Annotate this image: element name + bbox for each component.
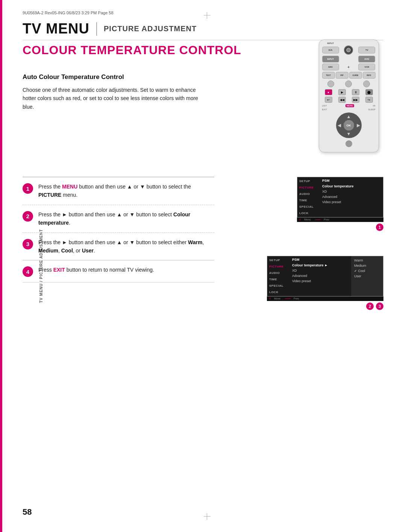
input-label: INPUT [322, 42, 339, 44]
back-btn: ↩ [325, 97, 332, 103]
picture-adjustment-title: PICTURE ADJUSTMENT [104, 24, 197, 33]
step-4-row: 4 Press EXIT button to return to normal … [23, 260, 214, 283]
menu1-setup: SETUP [297, 178, 319, 184]
i-ii-label: I/II [373, 105, 376, 107]
page-title-bar: TV MENU PICTURE ADJUSTMENT [23, 21, 383, 40]
medium-keyword: Medium [38, 248, 58, 254]
exit-keyword: EXIT [53, 267, 65, 273]
info-btn: INFO [363, 72, 376, 79]
skip-btn: ↪ [365, 97, 373, 103]
circle-3 [363, 81, 370, 87]
input-btn: INPUT [322, 56, 339, 62]
warm-keyword: Warm [188, 239, 202, 245]
tv-btn: TV [358, 47, 375, 53]
menu1-time: TIME [297, 197, 319, 204]
menu-highlight-label: MENU [345, 104, 354, 107]
colour-temp-keyword: Colour temperature [38, 211, 190, 226]
crosshair-top [204, 12, 211, 19]
step-3-text: Press the ► button and then use ▲ or ▼ b… [38, 238, 214, 255]
arc-btn: ARC [322, 64, 339, 70]
nav-down-arrow: ▼ [347, 131, 351, 137]
badge-3: 3 [376, 302, 383, 310]
menu2-sidebar: SETUP PICTURE AUDIO TIME SPECIAL LOCK [267, 256, 289, 296]
nav-circle: ▲ ▼ ◀ ▶ OK [336, 112, 362, 138]
step-4-text: Press EXIT button to return to normal TV… [38, 266, 214, 274]
power-btn [344, 46, 353, 55]
pause-btn: ⏸ [352, 89, 359, 95]
menu2-time: TIME [267, 276, 289, 283]
menu2-special: SPECIAL [267, 283, 289, 289]
menu1-colour-temp: Colour temperature [322, 184, 380, 189]
remote-control-illustration: INPUT D/A TV INPUT DVD ARC ✦ VCR TEXT PI… [314, 40, 383, 156]
cool-keyword: Cool [61, 248, 73, 254]
tv-menu-title: TV MENU [23, 21, 89, 37]
menu2-picture: PICTURE [267, 263, 289, 270]
step-4-number: 4 [23, 266, 33, 277]
menu1-sidebar: SETUP PICTURE AUDIO TIME SPECIAL LOCK [297, 177, 319, 217]
auto-colour-subheading: Auto Colour Temperature Control [23, 73, 124, 81]
menu-box-1: SETUP PICTURE AUDIO TIME SPECIAL LOCK PS… [297, 177, 383, 217]
step-1-row: 1 Press the MENU button and then use ▲ o… [23, 177, 214, 205]
submenu-medium: Medium [354, 263, 380, 268]
menu2-prev-icon: ═══ [285, 297, 291, 300]
title-separator [96, 22, 97, 36]
star-icon: ✦ [340, 64, 357, 70]
menu2-video-preset: Video preset [292, 278, 348, 284]
submenu-user: User [354, 274, 380, 279]
menu1-badge-row: 1 [297, 223, 383, 231]
menu-keyword: MENU [62, 184, 77, 190]
menu1-bottom-bar: ⊙ Menu ═══ Prev [297, 217, 383, 222]
dvd-btn: DVD [358, 56, 375, 62]
play-btn: ▶ [338, 89, 346, 95]
rew-btn: ◀◀ [338, 97, 346, 103]
menu1-special: SPECIAL [297, 204, 319, 210]
crosshair-bottom [204, 513, 211, 520]
page-number: 58 [23, 507, 32, 517]
menu-screenshot-2: SETUP PICTURE AUDIO TIME SPECIAL LOCK PS… [267, 256, 383, 310]
menu2-move-icon: ⊙ [269, 297, 271, 300]
menu1-psm-title: PSM [322, 179, 380, 182]
stop-btn: ⬤ [365, 89, 373, 95]
user-keyword: User [82, 248, 94, 254]
text-btn: TEXT [322, 72, 335, 79]
menu1-video-preset: Video preset [322, 199, 380, 205]
menu1-xd: XD [322, 189, 380, 194]
step-1-number: 1 [23, 183, 33, 194]
da-btn: D/A [322, 47, 339, 53]
guide-btn: GUIDE [349, 72, 362, 79]
menu-box-2: SETUP PICTURE AUDIO TIME SPECIAL LOCK PS… [267, 256, 383, 296]
fwd-btn: ▶▶ [352, 97, 359, 103]
menu2-main: PSM Colour temperature ► XD Advanced Vid… [289, 256, 351, 296]
steps-area: 1 Press the MENU button and then use ▲ o… [23, 177, 214, 283]
menu-screenshot-1: SETUP PICTURE AUDIO TIME SPECIAL LOCK PS… [297, 177, 383, 231]
rec-btn: ● [325, 89, 332, 95]
badge-1: 1 [376, 223, 383, 231]
step-2-row: 2 Press the ► button and then use ▲ or ▼… [23, 205, 214, 233]
nav-up-arrow: ▲ [347, 114, 351, 119]
step-3-row: 3 Press the ► button and then use ▲ or ▼… [23, 233, 214, 260]
menu1-advanced: Advanced [322, 194, 380, 199]
menu1-picture: PICTURE [297, 184, 319, 191]
step-3-number: 3 [23, 239, 33, 249]
menu2-audio: AUDIO [267, 270, 289, 276]
submenu-cool: Cool [354, 268, 380, 274]
menu2-badge-row: 2 3 [267, 302, 383, 310]
menu2-lock: LOCK [267, 289, 289, 295]
list-label: LIST [322, 105, 327, 107]
menu2-setup: SETUP [267, 257, 289, 263]
header-info: 9U0569A-2 Rev05-ING 06/8/23 3:29 PM Page… [23, 11, 383, 15]
menu2-submenu: Warm Medium Cool User [351, 256, 383, 296]
badge-2: 2 [366, 302, 374, 310]
menu1-audio: AUDIO [297, 191, 319, 197]
extra-btn [345, 140, 352, 147]
menu2-psm-title: PSM [292, 258, 348, 261]
step-1-text: Press the MENU button and then use ▲ or … [38, 182, 214, 199]
menu2-colour-temp: Colour temperature ► [292, 263, 348, 268]
exit-label: EXIT [322, 108, 327, 111]
left-accent-bar [0, 0, 2, 532]
menu1-main: PSM Colour temperature XD Advanced Video… [319, 177, 383, 217]
menu1-menu-icon: ⊙ [299, 218, 301, 221]
description-text: Choose one of three automatic color adju… [23, 86, 207, 111]
menu2-advanced: Advanced [292, 273, 348, 278]
pip-btn: PIP [336, 72, 348, 79]
